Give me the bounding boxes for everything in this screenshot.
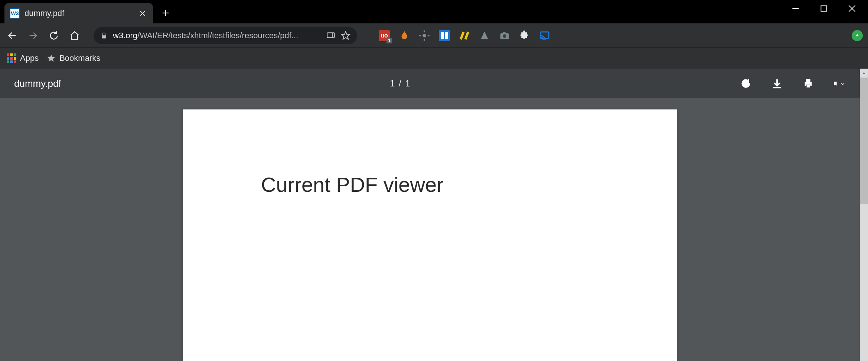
apps-label: Apps — [20, 53, 39, 63]
bookmarks-folder[interactable]: Bookmarks — [47, 53, 100, 63]
bookmarks-label: Bookmarks — [59, 53, 100, 63]
install-app-button[interactable] — [326, 31, 336, 40]
profile-button[interactable] — [852, 30, 863, 41]
close-icon — [139, 10, 146, 17]
svg-rect-11 — [327, 33, 335, 37]
extension-hat[interactable] — [479, 30, 490, 41]
tab-title: dummy.pdf — [25, 9, 133, 18]
extension-camera[interactable] — [499, 30, 510, 41]
svg-rect-22 — [503, 32, 506, 34]
star-filled-icon — [47, 54, 56, 63]
flame-icon — [399, 30, 410, 41]
wizard-icon — [479, 30, 490, 41]
pdf-filename: dummy.pdf — [14, 78, 61, 89]
maximize-icon — [819, 4, 829, 13]
plus-icon — [161, 9, 170, 17]
apps-grid-icon — [7, 53, 16, 63]
new-tab-button[interactable] — [157, 4, 174, 22]
svg-rect-5 — [821, 6, 826, 11]
svg-marker-19 — [481, 31, 488, 39]
star-icon — [341, 31, 350, 40]
pdf-page: Current PDF viewer — [183, 109, 677, 361]
svg-point-21 — [503, 34, 506, 38]
arrow-right-icon — [28, 30, 38, 41]
favicon-w3-icon: W3 — [10, 8, 20, 19]
omnibox[interactable]: w3.org/WAI/ER/tests/xhtml/testfiles/reso… — [94, 27, 357, 44]
tab-close-button[interactable] — [137, 8, 148, 19]
extension-stripes[interactable] — [459, 30, 470, 41]
url-host: w3.org — [113, 31, 137, 40]
svg-marker-25 — [48, 55, 55, 62]
pdf-actions — [740, 77, 846, 90]
chevron-down-icon — [840, 78, 846, 89]
download-icon — [771, 78, 783, 89]
extension-gear[interactable] — [419, 30, 430, 41]
svg-rect-28 — [806, 79, 810, 82]
apps-shortcut[interactable]: Apps — [7, 53, 39, 63]
url-text: w3.org/WAI/ER/tests/xhtml/testfiles/reso… — [113, 31, 298, 40]
nav-reload-button[interactable] — [47, 29, 61, 43]
browser-tab[interactable]: W3 dummy.pdf — [4, 3, 153, 23]
book-icon — [439, 30, 450, 41]
scroll-track[interactable] — [860, 204, 868, 361]
pdf-bookmark-button[interactable] — [833, 77, 846, 90]
nav-forward-button[interactable] — [26, 29, 40, 43]
window-close-button[interactable] — [847, 4, 857, 13]
extension-flame[interactable] — [399, 30, 410, 41]
arrow-left-icon — [7, 30, 17, 41]
svg-marker-30 — [863, 72, 865, 74]
pdf-toolbar: dummy.pdf 1 / 1 — [0, 69, 860, 98]
home-icon — [69, 30, 80, 41]
reload-icon — [49, 30, 59, 41]
tab-strip: W3 dummy.pdf — [0, 0, 868, 23]
camera-icon — [499, 30, 510, 41]
nav-home-button[interactable] — [68, 29, 82, 43]
window-minimize-button[interactable] — [791, 4, 800, 13]
pdf-print-button[interactable] — [802, 77, 815, 90]
bookmark-icon — [833, 78, 838, 89]
cast-button[interactable] — [539, 30, 550, 41]
svg-point-14 — [422, 34, 426, 37]
svg-marker-24 — [856, 34, 859, 36]
close-icon — [847, 4, 857, 13]
bookmark-star-button[interactable] — [341, 31, 350, 40]
bookmarks-bar: Apps Bookmarks — [0, 47, 868, 69]
cast-icon — [539, 30, 550, 41]
svg-rect-29 — [806, 85, 810, 88]
scroll-up-button[interactable] — [860, 69, 868, 78]
gear-icon — [419, 30, 430, 41]
scroll-thumb[interactable] — [860, 78, 868, 204]
browser-toolbar: w3.org/WAI/ER/tests/xhtml/testfiles/reso… — [0, 23, 868, 47]
arrow-up-icon — [854, 32, 861, 39]
print-icon — [803, 78, 814, 89]
extensions-row: uo 1 — [379, 30, 550, 41]
vertical-scrollbar[interactable] — [860, 69, 868, 361]
screen-icon — [326, 31, 336, 40]
svg-marker-13 — [342, 32, 350, 39]
window-controls — [791, 0, 868, 17]
pdf-rotate-button[interactable] — [740, 77, 752, 90]
puzzle-icon — [519, 30, 530, 41]
extension-ublock[interactable]: uo 1 — [379, 30, 390, 41]
minimize-icon — [791, 4, 800, 13]
pdf-download-button[interactable] — [771, 77, 783, 90]
pdf-viewer: dummy.pdf 1 / 1 — [0, 69, 868, 361]
svg-rect-10 — [102, 35, 106, 38]
url-path: /WAI/ER/tests/xhtml/testfiles/resources/… — [137, 31, 298, 40]
pdf-document-heading: Current PDF viewer — [261, 173, 677, 197]
nav-back-button[interactable] — [5, 29, 19, 43]
lock-icon — [100, 32, 108, 39]
pdf-page-stage[interactable]: Current PDF viewer — [0, 98, 860, 361]
extension-reader[interactable] — [439, 30, 450, 41]
triangle-up-icon — [862, 71, 866, 75]
stripes-icon — [459, 30, 470, 41]
rotate-icon — [740, 78, 751, 89]
ublock-badge: 1 — [386, 38, 392, 43]
pdf-page-indicator[interactable]: 1 / 1 — [390, 78, 411, 89]
window-maximize-button[interactable] — [819, 4, 829, 13]
extensions-menu-button[interactable] — [519, 30, 530, 41]
